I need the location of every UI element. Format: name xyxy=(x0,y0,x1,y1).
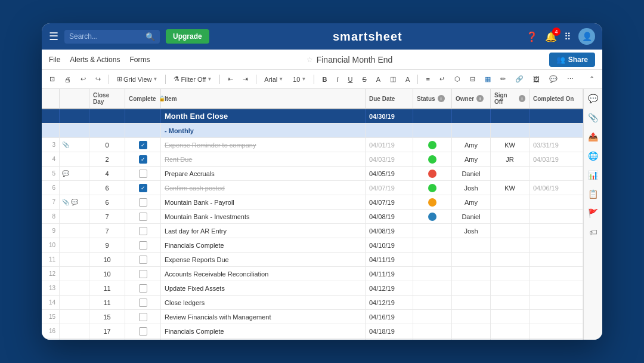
close-day-cell[interactable]: 10 xyxy=(89,253,125,266)
close-day-cell[interactable]: 15 xyxy=(89,310,125,324)
alerts-menu[interactable]: Alerts & Actions xyxy=(70,56,120,64)
complete-cell[interactable]: ✓ xyxy=(125,181,161,195)
signoff-cell[interactable] xyxy=(491,124,530,137)
search-bar[interactable]: 🔍 xyxy=(64,30,160,44)
completed-on-cell[interactable] xyxy=(530,224,583,238)
undo-area-icon[interactable]: ⊡ xyxy=(47,74,58,84)
status-cell[interactable] xyxy=(413,339,452,340)
completed-on-cell[interactable] xyxy=(530,195,583,209)
complete-cell[interactable] xyxy=(125,281,161,295)
sidebar-paperclip-icon[interactable]: 📎 xyxy=(588,113,598,122)
text-color-btn[interactable]: A xyxy=(373,75,383,84)
indent-left-icon[interactable]: ⇤ xyxy=(225,74,236,84)
status-cell[interactable] xyxy=(413,238,452,252)
file-menu[interactable]: File xyxy=(49,56,60,64)
signoff-cell[interactable] xyxy=(491,296,530,309)
owner-cell[interactable] xyxy=(452,339,491,340)
completed-on-cell[interactable] xyxy=(530,167,583,180)
complete-cell[interactable]: ✓ xyxy=(125,138,161,152)
filter-dropdown[interactable]: ⚗ Filter Off ▼ xyxy=(171,74,215,84)
close-day-cell[interactable]: 6 xyxy=(89,195,125,209)
checkbox[interactable] xyxy=(139,284,147,293)
wrap-icon[interactable]: ↵ xyxy=(436,74,448,84)
signoff-cell[interactable] xyxy=(491,339,530,340)
due-date-cell[interactable]: 04/12/19 xyxy=(366,281,413,295)
sidebar-tag-icon[interactable]: 🏷 xyxy=(589,227,597,237)
item-cell[interactable] xyxy=(161,339,366,340)
print-icon[interactable]: 🖨 xyxy=(61,75,74,84)
checkbox[interactable] xyxy=(139,327,147,336)
close-day-cell[interactable]: 0 xyxy=(89,138,125,152)
sidebar-globe-icon[interactable]: 🌐 xyxy=(588,151,598,161)
status-cell[interactable] xyxy=(413,167,452,180)
forms-menu[interactable]: Forms xyxy=(129,56,150,64)
strikethrough-btn[interactable]: S xyxy=(359,75,369,84)
redo-icon[interactable]: ↪ xyxy=(92,74,104,84)
signoff-cell[interactable] xyxy=(491,109,530,123)
search-input[interactable] xyxy=(69,32,142,41)
completed-on-cell[interactable]: 04/06/19 xyxy=(530,181,583,195)
item-cell[interactable]: - Monthly xyxy=(161,124,366,137)
due-date-cell[interactable]: 04/03/19 xyxy=(366,152,413,166)
due-date-cell[interactable]: 04/07/19 xyxy=(366,195,413,209)
item-cell[interactable]: Review Financials with Management xyxy=(161,310,366,324)
fontsize-dropdown[interactable]: 10 ▼ xyxy=(290,75,309,84)
completed-on-cell[interactable] xyxy=(530,253,583,266)
owner-cell[interactable]: Josh xyxy=(452,224,491,238)
signoff-cell[interactable]: JR xyxy=(491,152,530,166)
due-date-cell[interactable]: 04/11/19 xyxy=(366,267,413,281)
owner-cell[interactable]: Amy xyxy=(452,152,491,166)
table-icon[interactable]: ▦ xyxy=(482,74,494,84)
close-day-cell[interactable]: 2 xyxy=(89,152,125,166)
due-date-cell[interactable]: 04/12/19 xyxy=(366,296,413,309)
comment-icon[interactable]: 💬 xyxy=(546,74,561,84)
due-date-cell[interactable]: 04/05/19 xyxy=(366,167,413,180)
more-icon[interactable]: ⋯ xyxy=(564,74,577,84)
owner-cell[interactable] xyxy=(452,267,491,281)
complete-cell[interactable] xyxy=(125,324,161,338)
complete-cell[interactable] xyxy=(125,167,161,180)
signoff-cell[interactable] xyxy=(491,310,530,324)
complete-cell[interactable]: ✓ xyxy=(125,152,161,166)
share-button[interactable]: 👥 Share xyxy=(549,53,595,67)
status-cell[interactable] xyxy=(413,195,452,209)
due-date-cell[interactable]: 04/11/19 xyxy=(366,253,413,266)
close-day-cell[interactable]: 4 xyxy=(89,167,125,180)
paperclip-icon[interactable]: 📎 xyxy=(62,141,69,148)
bold-btn[interactable]: B xyxy=(319,75,330,84)
complete-cell[interactable] xyxy=(125,267,161,281)
text-color2-btn[interactable]: A xyxy=(402,75,413,84)
item-cell[interactable]: Prepare Accruals xyxy=(161,167,366,180)
signoff-cell[interactable] xyxy=(491,253,530,266)
image-icon[interactable]: 🖼 xyxy=(530,75,543,84)
checkbox[interactable]: ✓ xyxy=(139,141,147,149)
paperclip-icon[interactable]: 📎 xyxy=(62,199,69,205)
checkbox[interactable]: ✓ xyxy=(139,155,147,164)
close-day-cell[interactable]: 17 xyxy=(89,324,125,338)
completed-on-cell[interactable] xyxy=(530,109,583,123)
item-cell[interactable]: Financials Complete xyxy=(161,238,366,252)
sidebar-list-icon[interactable]: 📋 xyxy=(588,189,598,199)
status-cell[interactable] xyxy=(413,324,452,338)
item-cell[interactable]: Close ledgers xyxy=(161,296,366,309)
sidebar-comment-icon[interactable]: 💬 xyxy=(588,94,598,103)
sidebar-flag-icon[interactable]: 🚩 xyxy=(588,208,598,218)
signoff-cell[interactable] xyxy=(491,210,530,223)
due-date-cell[interactable]: 04/18/19 xyxy=(366,324,413,338)
star-icon[interactable]: ☆ xyxy=(306,56,313,64)
completed-on-cell[interactable] xyxy=(530,296,583,309)
close-day-cell[interactable] xyxy=(89,109,125,123)
item-cell[interactable]: Update Fixed Assets xyxy=(161,281,366,295)
completed-on-cell[interactable] xyxy=(530,324,583,338)
complete-cell[interactable] xyxy=(125,124,161,137)
due-date-cell[interactable] xyxy=(366,339,413,340)
status-cell[interactable] xyxy=(413,224,452,238)
status-cell[interactable] xyxy=(413,310,452,324)
completed-on-cell[interactable] xyxy=(530,281,583,295)
close-day-cell[interactable]: 11 xyxy=(89,281,125,295)
link-icon[interactable]: 🔗 xyxy=(512,74,527,84)
close-day-cell[interactable] xyxy=(89,124,125,137)
fill-color-btn[interactable]: ◫ xyxy=(387,74,399,84)
status-cell[interactable] xyxy=(413,138,452,152)
grid-view-dropdown[interactable]: ⊞ Grid View ▼ xyxy=(114,74,160,84)
